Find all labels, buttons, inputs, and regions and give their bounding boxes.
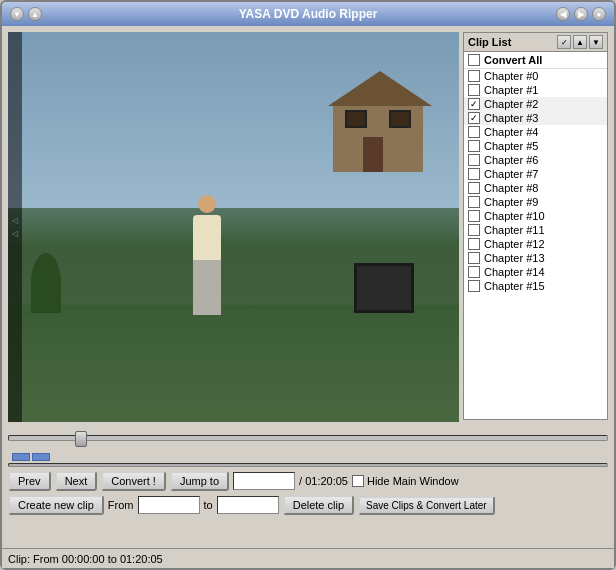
chapter-label-7: Chapter #7 bbox=[484, 168, 538, 180]
chapter-item-12[interactable]: Chapter #12 bbox=[464, 237, 607, 251]
status-text: Clip: From 00:00:00 to 01:20:05 bbox=[8, 553, 163, 565]
chapter-checkbox-11[interactable] bbox=[468, 224, 480, 236]
time-separator: / 01:20:05 bbox=[299, 475, 348, 487]
scrubber-thumb[interactable] bbox=[75, 431, 87, 447]
video-scene: ◁ ◁ bbox=[8, 32, 459, 422]
save-convert-button[interactable]: Save Clips & Convert Later bbox=[358, 496, 495, 515]
chapter-label-11: Chapter #11 bbox=[484, 224, 545, 236]
delete-clip-button[interactable]: Delete clip bbox=[283, 495, 354, 515]
down-arrow-icon-btn[interactable]: ▼ bbox=[589, 35, 603, 49]
clip-marker-1 bbox=[12, 453, 30, 461]
chapter-item-13[interactable]: Chapter #13 bbox=[464, 251, 607, 265]
chapter-checkbox-8[interactable] bbox=[468, 182, 480, 194]
scrubber-track-container[interactable] bbox=[8, 435, 608, 451]
hide-main-checkbox-label: Hide Main Window bbox=[352, 475, 459, 487]
chapter-label-14: Chapter #14 bbox=[484, 266, 545, 278]
chapter-label-6: Chapter #6 bbox=[484, 154, 538, 166]
chapters-container: Chapter #0Chapter #1✓Chapter #2✓Chapter … bbox=[464, 69, 607, 293]
chapter-item-9[interactable]: Chapter #9 bbox=[464, 195, 607, 209]
current-time-input[interactable]: 00:07:50 bbox=[233, 472, 295, 490]
chapter-item-10[interactable]: Chapter #10 bbox=[464, 209, 607, 223]
up-arrow-icon-btn[interactable]: ▲ bbox=[573, 35, 587, 49]
jump-to-button[interactable]: Jump to bbox=[170, 471, 229, 491]
chapter-checkbox-3[interactable]: ✓ bbox=[468, 112, 480, 124]
scrubber-area bbox=[8, 435, 608, 451]
chapter-label-0: Chapter #0 bbox=[484, 70, 538, 82]
chapter-item-5[interactable]: Chapter #5 bbox=[464, 139, 607, 153]
to-label: to bbox=[204, 499, 213, 511]
chapter-item-8[interactable]: Chapter #8 bbox=[464, 181, 607, 195]
chapter-checkbox-6[interactable] bbox=[468, 154, 480, 166]
from-label: From bbox=[108, 499, 134, 511]
header-icons: ✓ ▲ ▼ bbox=[557, 35, 603, 49]
chapter-label-4: Chapter #4 bbox=[484, 126, 538, 138]
prev-button[interactable]: Prev bbox=[8, 471, 51, 491]
chapter-checkbox-14[interactable] bbox=[468, 266, 480, 278]
chapter-checkbox-0[interactable] bbox=[468, 70, 480, 82]
window-title: YASA DVD Audio Ripper bbox=[239, 7, 378, 21]
chapter-label-9: Chapter #9 bbox=[484, 196, 538, 208]
minimize-button[interactable]: ▼ bbox=[10, 7, 24, 21]
chapter-item-11[interactable]: Chapter #11 bbox=[464, 223, 607, 237]
chapter-item-4[interactable]: Chapter #4 bbox=[464, 125, 607, 139]
bottom-controls: Prev Next Convert ! Jump to 00:07:50 / 0… bbox=[2, 426, 614, 515]
clip-list-header: Clip List ✓ ▲ ▼ bbox=[463, 32, 608, 51]
chapter-label-2: Chapter #2 bbox=[484, 98, 538, 110]
chapter-checkbox-4[interactable] bbox=[468, 126, 480, 138]
chapter-item-15[interactable]: Chapter #15 bbox=[464, 279, 607, 293]
convert-all-checkbox[interactable] bbox=[468, 54, 480, 66]
chapter-checkbox-10[interactable] bbox=[468, 210, 480, 222]
chapter-label-10: Chapter #10 bbox=[484, 210, 545, 222]
chapter-item-0[interactable]: Chapter #0 bbox=[464, 69, 607, 83]
chapter-label-15: Chapter #15 bbox=[484, 280, 545, 292]
chapter-checkbox-13[interactable] bbox=[468, 252, 480, 264]
chapter-item-6[interactable]: Chapter #6 bbox=[464, 153, 607, 167]
chapter-checkbox-12[interactable] bbox=[468, 238, 480, 250]
status-bar: Clip: From 00:00:00 to 01:20:05 bbox=[2, 548, 614, 568]
video-panel: ◁ ◁ bbox=[8, 32, 459, 422]
chapter-checkbox-7[interactable] bbox=[468, 168, 480, 180]
convert-all-row[interactable]: Convert All bbox=[464, 52, 607, 69]
chapter-checkbox-2[interactable]: ✓ bbox=[468, 98, 480, 110]
chapter-item-3[interactable]: ✓Chapter #3 bbox=[464, 111, 607, 125]
restore-button[interactable]: ▲ bbox=[28, 7, 42, 21]
from-time-input[interactable]: 00:00:00 bbox=[138, 496, 200, 514]
close-button[interactable]: ● bbox=[592, 7, 606, 21]
button-row-2: Create new clip From 00:00:00 to 00:00:0… bbox=[8, 495, 608, 515]
chapter-checkbox-5[interactable] bbox=[468, 140, 480, 152]
chapter-label-8: Chapter #8 bbox=[484, 182, 538, 194]
left-arrow-button[interactable]: ◀ bbox=[556, 7, 570, 21]
chapter-label-3: Chapter #3 bbox=[484, 112, 538, 124]
chapter-item-1[interactable]: Chapter #1 bbox=[464, 83, 607, 97]
scrubber-track[interactable] bbox=[8, 435, 608, 441]
chapter-label-12: Chapter #12 bbox=[484, 238, 545, 250]
title-bar-right-buttons: ◀ ▶ ● bbox=[556, 7, 606, 21]
create-clip-button[interactable]: Create new clip bbox=[8, 495, 104, 515]
hide-main-label: Hide Main Window bbox=[367, 475, 459, 487]
chapter-item-14[interactable]: Chapter #14 bbox=[464, 265, 607, 279]
person-figure bbox=[179, 195, 234, 325]
chapter-checkbox-1[interactable] bbox=[468, 84, 480, 96]
clip-marker-2 bbox=[32, 453, 50, 461]
next-button[interactable]: Next bbox=[55, 471, 98, 491]
title-bar-left-buttons: ▼ ▲ bbox=[10, 7, 42, 21]
chapter-item-7[interactable]: Chapter #7 bbox=[464, 167, 607, 181]
convert-all-label: Convert All bbox=[484, 54, 542, 66]
chapter-checkbox-15[interactable] bbox=[468, 280, 480, 292]
hide-main-checkbox[interactable] bbox=[352, 475, 364, 487]
right-arrow-button[interactable]: ▶ bbox=[574, 7, 588, 21]
main-window: ▼ ▲ YASA DVD Audio Ripper ◀ ▶ ● bbox=[0, 0, 616, 570]
button-row-1: Prev Next Convert ! Jump to 00:07:50 / 0… bbox=[8, 471, 608, 491]
chapter-checkbox-9[interactable] bbox=[468, 196, 480, 208]
clip-list-label: Clip List bbox=[468, 36, 511, 48]
clip-markers bbox=[8, 453, 608, 461]
to-time-input[interactable]: 00:00:00 bbox=[217, 496, 279, 514]
chapter-label-5: Chapter #5 bbox=[484, 140, 538, 152]
checkmark-icon-btn[interactable]: ✓ bbox=[557, 35, 571, 49]
chapters-list[interactable]: Convert All Chapter #0Chapter #1✓Chapter… bbox=[463, 51, 608, 420]
convert-button[interactable]: Convert ! bbox=[101, 471, 166, 491]
chapter-label-13: Chapter #13 bbox=[484, 252, 545, 264]
chapter-label-1: Chapter #1 bbox=[484, 84, 538, 96]
progress-bar bbox=[8, 463, 608, 467]
chapter-item-2[interactable]: ✓Chapter #2 bbox=[464, 97, 607, 111]
